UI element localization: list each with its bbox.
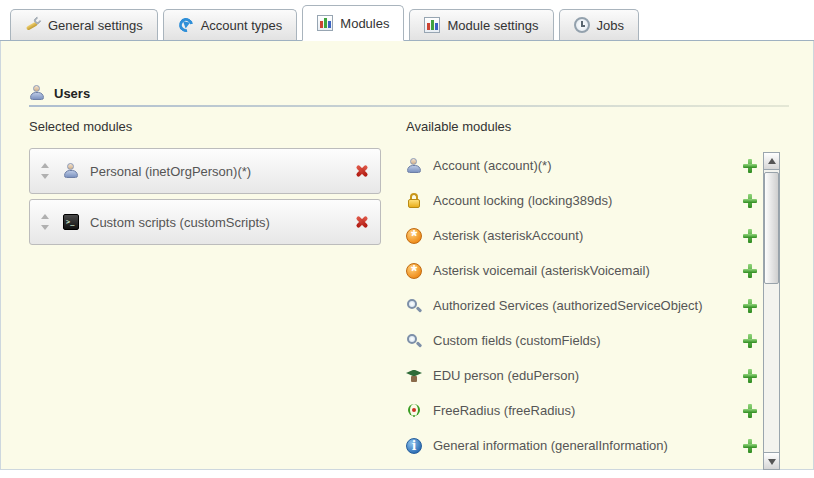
add-module-button[interactable] — [742, 403, 758, 419]
module-label: Account (account)(*) — [433, 158, 734, 173]
module-label: Asterisk (asteriskAccount) — [433, 228, 734, 243]
scrollbar[interactable] — [763, 152, 780, 470]
scrollbar-track[interactable] — [764, 170, 779, 452]
add-module-button[interactable] — [742, 333, 758, 349]
add-module-button[interactable] — [742, 438, 758, 454]
section-header: Users — [29, 85, 90, 101]
module-label: Custom scripts (customScripts) — [90, 215, 346, 230]
selected-modules-heading: Selected modules — [29, 119, 381, 134]
bar-chart-icon — [317, 15, 333, 31]
module-label: EDU person (eduPerson) — [433, 368, 734, 383]
lam-configuration-page: General settings Account types Modules M… — [0, 0, 814, 478]
available-module-row: Account locking (locking389ds) — [406, 183, 758, 218]
available-module-row: General information (generalInformation) — [406, 428, 758, 463]
user-icon — [29, 85, 45, 101]
section-title: Users — [54, 86, 90, 101]
module-label: Authorized Services (authorizedServiceOb… — [433, 298, 734, 313]
add-icon — [742, 228, 758, 244]
content-area: Users Selected modules Personal (inetOrg… — [0, 41, 814, 470]
bar-chart-icon — [424, 17, 440, 33]
available-module-row: Asterisk voicemail (asteriskVoicemail) — [406, 253, 758, 288]
module-label: Account locking (locking389ds) — [433, 193, 734, 208]
module-label: Custom fields (customFields) — [433, 333, 734, 348]
add-icon — [742, 158, 758, 174]
available-module-row: Account (account)(*) — [406, 148, 758, 183]
user-icon — [63, 163, 79, 179]
add-module-button[interactable] — [742, 263, 758, 279]
add-icon — [742, 298, 758, 314]
available-module-row: Authorized Services (authorizedServiceOb… — [406, 288, 758, 323]
available-module-row: EDU person (eduPerson) — [406, 358, 758, 393]
magnifier-icon — [406, 298, 422, 314]
asterisk-icon — [406, 228, 422, 244]
available-module-row: Asterisk (asteriskAccount) — [406, 218, 758, 253]
tab-module-settings[interactable]: Module settings — [409, 9, 553, 40]
tab-account-types[interactable]: Account types — [163, 9, 298, 40]
module-label: General information (generalInformation) — [433, 438, 734, 453]
magnifier-icon — [406, 333, 422, 349]
tab-general-settings[interactable]: General settings — [10, 9, 158, 40]
scroll-down-icon — [768, 459, 776, 465]
drag-handle-icon[interactable] — [40, 163, 51, 179]
tab-modules[interactable]: Modules — [302, 5, 404, 41]
available-modules-panel: Available modules Account (account)(*) A… — [406, 119, 758, 463]
selected-modules-panel: Selected modules Personal (inetOrgPerson… — [29, 119, 381, 250]
scrollbar-thumb[interactable] — [764, 172, 779, 284]
add-icon — [742, 403, 758, 419]
delete-icon — [354, 163, 370, 179]
antenna-icon — [406, 403, 422, 419]
tab-label: Jobs — [597, 18, 624, 33]
add-module-button[interactable] — [742, 193, 758, 209]
add-module-button[interactable] — [742, 158, 758, 174]
scroll-up-button[interactable] — [764, 153, 779, 170]
module-label: FreeRadius (freeRadius) — [433, 403, 734, 418]
scroll-down-button[interactable] — [764, 452, 779, 469]
graduation-icon — [406, 368, 422, 384]
add-module-button[interactable] — [742, 368, 758, 384]
available-modules-heading: Available modules — [406, 119, 758, 134]
tab-label: Module settings — [447, 18, 538, 33]
module-label: Personal (inetOrgPerson)(*) — [90, 164, 346, 179]
remove-module-button[interactable] — [354, 214, 370, 230]
add-module-button[interactable] — [742, 298, 758, 314]
tab-label: Modules — [340, 16, 389, 31]
tab-label: General settings — [48, 18, 143, 33]
scroll-up-icon — [768, 158, 776, 164]
terminal-icon — [63, 214, 79, 230]
add-icon — [742, 263, 758, 279]
add-icon — [742, 438, 758, 454]
tab-label: Account types — [201, 18, 283, 33]
delete-icon — [354, 214, 370, 230]
user-icon — [406, 158, 422, 174]
available-module-row: FreeRadius (freeRadius) — [406, 393, 758, 428]
tab-jobs[interactable]: Jobs — [559, 9, 639, 40]
add-icon — [742, 193, 758, 209]
available-module-row: Custom fields (customFields) — [406, 323, 758, 358]
module-label: Asterisk voicemail (asteriskVoicemail) — [433, 263, 734, 278]
add-icon — [742, 368, 758, 384]
tab-bar: General settings Account types Modules M… — [0, 0, 814, 41]
clock-icon — [574, 17, 590, 33]
selected-module-row[interactable]: Personal (inetOrgPerson)(*) — [29, 148, 381, 194]
wrench-icon — [25, 17, 41, 33]
add-icon — [742, 333, 758, 349]
section-separator — [29, 105, 789, 107]
add-module-button[interactable] — [742, 228, 758, 244]
selected-module-row[interactable]: Custom scripts (customScripts) — [29, 199, 381, 245]
asterisk-icon — [406, 263, 422, 279]
remove-module-button[interactable] — [354, 163, 370, 179]
sync-icon — [178, 17, 194, 33]
info-icon — [406, 438, 422, 454]
lock-icon — [406, 193, 422, 209]
drag-handle-icon[interactable] — [40, 214, 51, 230]
